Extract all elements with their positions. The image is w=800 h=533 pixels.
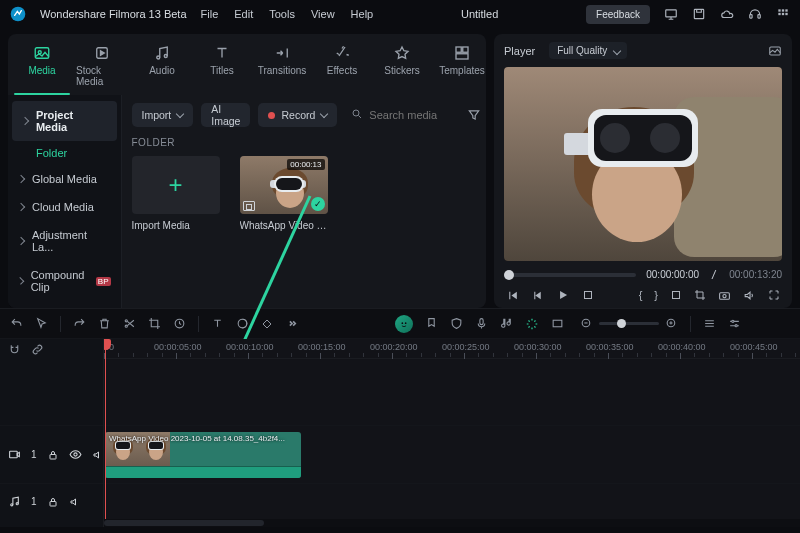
timeline-canvas[interactable]: 00 00:00:05:00 00:00:10:00 00:00:15:00 0… (104, 339, 800, 527)
speed-icon[interactable] (173, 317, 186, 330)
media-thumb[interactable]: 00:00:13 ✓ WhatsApp Video 2023-10-05... (240, 156, 328, 231)
svg-rect-47 (50, 501, 56, 506)
video-track-header[interactable]: 1 (0, 425, 103, 483)
tab-effects[interactable]: Effects (314, 40, 370, 93)
audio-track-row[interactable] (104, 483, 800, 519)
lock-icon[interactable] (47, 496, 59, 508)
sidebar-item-global-media[interactable]: Global Media (8, 165, 121, 193)
mark-in-icon[interactable] (670, 289, 682, 301)
zoom-in-icon[interactable] (665, 317, 678, 330)
eye-icon[interactable] (69, 448, 82, 461)
sidebar-item-cloud-media[interactable]: Cloud Media (8, 193, 121, 221)
keyframe-icon[interactable] (261, 318, 273, 330)
undo-icon[interactable] (10, 317, 23, 330)
record-button[interactable]: Record (258, 103, 337, 127)
volume-icon[interactable] (743, 289, 756, 302)
svg-rect-36 (480, 319, 483, 325)
import-media-card[interactable]: + Import Media (132, 156, 220, 231)
menu-edit[interactable]: Edit (234, 8, 253, 20)
sidebar-item-compound-clip[interactable]: Compound ClipBP (8, 261, 121, 301)
timeline-ruler[interactable]: 00 00:00:05:00 00:00:10:00 00:00:15:00 0… (104, 339, 800, 359)
marker-icon[interactable] (425, 317, 438, 330)
scrub-handle[interactable] (504, 270, 514, 280)
video-clip[interactable]: WhatsApp Video 2023-10-05 at 14.08.35_4b… (105, 432, 301, 478)
scrollbar-thumb[interactable] (104, 520, 264, 526)
ruler-label: 00:00:45:00 (730, 342, 778, 352)
tab-media[interactable]: Media (14, 40, 70, 93)
delete-icon[interactable] (98, 317, 111, 330)
zoom-out-icon[interactable] (580, 317, 593, 330)
cloud-icon[interactable] (720, 7, 734, 21)
play-icon[interactable] (556, 288, 570, 302)
crop-tool-icon[interactable] (148, 317, 161, 330)
tab-titles[interactable]: Titles (194, 40, 250, 93)
fullscreen-icon[interactable] (768, 289, 780, 301)
ai-image-button[interactable]: AI Image (201, 103, 250, 127)
split-icon[interactable] (123, 317, 136, 330)
lock-icon[interactable] (47, 449, 59, 461)
select-tool-icon[interactable] (35, 317, 48, 330)
snapshot-icon[interactable] (768, 44, 782, 58)
tab-templates[interactable]: Templates (434, 40, 486, 93)
settings-gear-icon[interactable] (728, 317, 741, 330)
tab-transitions[interactable]: Transitions (254, 40, 310, 93)
aspect-icon[interactable] (551, 317, 564, 330)
zoom-slider[interactable] (599, 322, 659, 325)
sidebar-item-label: Compound Clip (31, 269, 86, 293)
video-track-row[interactable]: WhatsApp Video 2023-10-05 at 14.08.35_4b… (104, 425, 800, 483)
tab-audio[interactable]: Audio (134, 40, 190, 93)
color-match-icon[interactable] (236, 317, 249, 330)
import-button[interactable]: Import (132, 103, 194, 127)
sidebar-item-folder[interactable]: Folder (8, 141, 121, 165)
sidebar-item-label: Global Media (32, 173, 97, 185)
redo-icon[interactable] (73, 317, 86, 330)
svg-point-31 (125, 325, 127, 327)
shield-icon[interactable] (450, 317, 463, 330)
brace-open-icon[interactable]: { (639, 289, 643, 301)
magnet-icon[interactable] (8, 343, 21, 356)
feedback-button[interactable]: Feedback (586, 5, 650, 24)
support-icon[interactable] (748, 7, 762, 21)
playhead[interactable] (105, 339, 106, 527)
menu-view[interactable]: View (311, 8, 335, 20)
text-tool-icon[interactable] (211, 317, 224, 330)
tab-stock-media[interactable]: Stock Media (74, 40, 130, 93)
apps-icon[interactable] (776, 7, 790, 21)
step-back-icon[interactable] (531, 289, 544, 302)
link-icon[interactable] (31, 343, 44, 356)
quality-select[interactable]: Full Quality (549, 42, 627, 59)
save-project-icon[interactable] (692, 7, 706, 21)
mute-icon[interactable] (92, 449, 104, 461)
svg-rect-18 (456, 54, 468, 59)
filter-icon[interactable] (467, 108, 481, 122)
ai-enhance-icon[interactable] (525, 317, 539, 331)
menu-help[interactable]: Help (351, 8, 374, 20)
audio-mixer-icon[interactable] (500, 317, 513, 330)
ai-tool-icon[interactable] (395, 315, 413, 333)
svg-rect-4 (758, 15, 760, 18)
search-input[interactable] (349, 103, 451, 127)
tab-stickers[interactable]: Stickers (374, 40, 430, 93)
voice-icon[interactable] (475, 317, 488, 330)
stop-icon[interactable] (582, 289, 594, 301)
svg-point-41 (735, 325, 737, 327)
menu-file[interactable]: File (201, 8, 219, 20)
prev-frame-icon[interactable] (506, 289, 519, 302)
mute-icon[interactable] (69, 496, 81, 508)
sidebar-item-adjustment-layer[interactable]: Adjustment La... (8, 221, 121, 261)
timeline-scrollbar[interactable] (104, 519, 800, 527)
track-view-icon[interactable] (703, 317, 716, 330)
more-tools-icon[interactable] (285, 317, 298, 330)
crop-icon[interactable] (694, 289, 706, 301)
display-icon[interactable] (664, 7, 678, 21)
zoom-knob[interactable] (617, 319, 626, 328)
sidebar-item-project-media[interactable]: Project Media (12, 101, 117, 141)
library-sidebar: Project Media Folder Global Media Cloud … (8, 95, 122, 308)
camera-icon[interactable] (718, 289, 731, 302)
folder-header: FOLDER (132, 137, 487, 148)
menu-tools[interactable]: Tools (269, 8, 295, 20)
preview-viewport[interactable] (504, 67, 782, 261)
brace-close-icon[interactable]: } (654, 289, 658, 301)
audio-track-header[interactable]: 1 (0, 483, 103, 519)
scrub-track[interactable] (504, 273, 636, 277)
